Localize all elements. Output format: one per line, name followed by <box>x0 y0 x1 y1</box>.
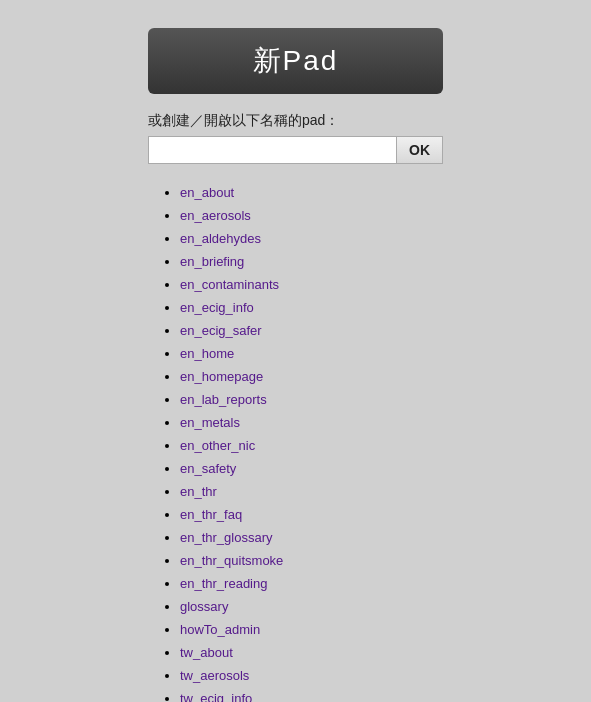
list-item: en_ecig_safer <box>180 320 443 341</box>
list-item: en_thr_reading <box>180 573 443 594</box>
list-item: en_metals <box>180 412 443 433</box>
list-item: en_aerosols <box>180 205 443 226</box>
list-item: tw_aerosols <box>180 665 443 686</box>
pad-link[interactable]: en_ecig_info <box>180 300 254 315</box>
list-item: howTo_admin <box>180 619 443 640</box>
pad-link[interactable]: tw_ecig_info <box>180 691 252 702</box>
pad-link[interactable]: tw_about <box>180 645 233 660</box>
list-item: en_other_nic <box>180 435 443 456</box>
pad-link[interactable]: en_lab_reports <box>180 392 267 407</box>
list-item: en_safety <box>180 458 443 479</box>
page-title: 新Pad <box>253 45 339 76</box>
pad-link[interactable]: en_briefing <box>180 254 244 269</box>
pad-link[interactable]: en_metals <box>180 415 240 430</box>
pad-link[interactable]: en_aerosols <box>180 208 251 223</box>
list-item: en_thr_glossary <box>180 527 443 548</box>
list-item: en_contaminants <box>180 274 443 295</box>
pad-name-input[interactable] <box>148 136 397 164</box>
new-pad-header: 新Pad <box>148 28 443 94</box>
pad-link[interactable]: en_ecig_safer <box>180 323 262 338</box>
list-item: en_lab_reports <box>180 389 443 410</box>
pad-link[interactable]: en_thr <box>180 484 217 499</box>
list-item: en_thr <box>180 481 443 502</box>
pad-link[interactable]: en_homepage <box>180 369 263 384</box>
list-item: en_thr_faq <box>180 504 443 525</box>
list-item: en_homepage <box>180 366 443 387</box>
list-item: en_home <box>180 343 443 364</box>
pad-link[interactable]: en_thr_glossary <box>180 530 273 545</box>
list-item: tw_ecig_info <box>180 688 443 702</box>
list-item: tw_about <box>180 642 443 663</box>
pad-link[interactable]: howTo_admin <box>180 622 260 637</box>
list-item: en_briefing <box>180 251 443 272</box>
form-row: OK <box>148 136 443 164</box>
list-item: glossary <box>180 596 443 617</box>
pad-link[interactable]: en_other_nic <box>180 438 255 453</box>
list-item: en_ecig_info <box>180 297 443 318</box>
pad-link[interactable]: en_safety <box>180 461 236 476</box>
pad-link[interactable]: en_about <box>180 185 234 200</box>
pad-link[interactable]: glossary <box>180 599 228 614</box>
pad-link[interactable]: en_thr_quitsmoke <box>180 553 283 568</box>
form-label: 或創建／開啟以下名稱的pad： <box>148 112 443 130</box>
ok-button[interactable]: OK <box>397 136 443 164</box>
links-list: en_abouten_aerosolsen_aldehydesen_briefi… <box>158 182 443 702</box>
list-item: en_aldehydes <box>180 228 443 249</box>
pad-link[interactable]: en_thr_faq <box>180 507 242 522</box>
links-section: en_abouten_aerosolsen_aldehydesen_briefi… <box>148 182 443 702</box>
page-container: 新Pad 或創建／開啟以下名稱的pad： OK en_abouten_aeros… <box>0 0 591 702</box>
pad-link[interactable]: tw_aerosols <box>180 668 249 683</box>
pad-link[interactable]: en_contaminants <box>180 277 279 292</box>
pad-link[interactable]: en_thr_reading <box>180 576 267 591</box>
pad-link[interactable]: en_home <box>180 346 234 361</box>
list-item: en_about <box>180 182 443 203</box>
pad-link[interactable]: en_aldehydes <box>180 231 261 246</box>
form-section: 或創建／開啟以下名稱的pad： OK <box>148 112 443 164</box>
list-item: en_thr_quitsmoke <box>180 550 443 571</box>
